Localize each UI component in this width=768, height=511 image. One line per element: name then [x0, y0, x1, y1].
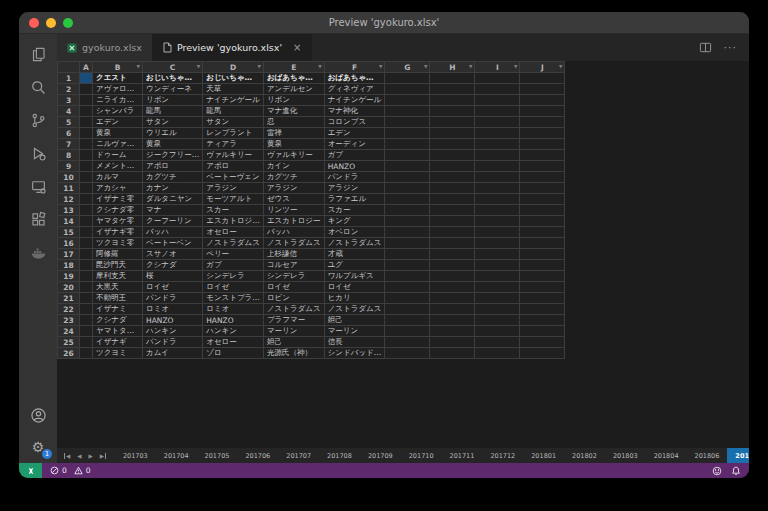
- cell[interactable]: [475, 194, 520, 205]
- cell[interactable]: 不動明王: [93, 293, 143, 304]
- column-header-B[interactable]: B▼: [93, 62, 143, 73]
- cell[interactable]: [475, 315, 520, 326]
- cell[interactable]: [520, 205, 565, 216]
- cell[interactable]: ナイチンゲール: [203, 95, 264, 106]
- cell[interactable]: コルセア: [263, 260, 324, 271]
- cell[interactable]: [430, 183, 475, 194]
- cell[interactable]: [475, 249, 520, 260]
- cell[interactable]: [520, 315, 565, 326]
- cell[interactable]: ロミオ: [203, 304, 264, 315]
- cell[interactable]: ノストラダムス: [324, 304, 385, 315]
- cell[interactable]: [475, 227, 520, 238]
- filter-icon[interactable]: ▼: [559, 64, 562, 69]
- cell[interactable]: ロイゼ: [324, 282, 385, 293]
- cell[interactable]: [430, 73, 475, 84]
- remote-explorer-icon[interactable]: [19, 170, 57, 203]
- cell[interactable]: [520, 95, 565, 106]
- cell[interactable]: ブラフマー: [263, 315, 324, 326]
- cell[interactable]: [385, 73, 430, 84]
- row-number[interactable]: 1: [58, 73, 80, 84]
- row-number[interactable]: 4: [58, 106, 80, 117]
- select-all-corner[interactable]: [58, 62, 80, 73]
- cell[interactable]: ラファエル: [324, 194, 385, 205]
- cell[interactable]: ドゥーム: [93, 150, 143, 161]
- cell[interactable]: [520, 139, 565, 150]
- cell-A25[interactable]: [80, 337, 93, 348]
- prev-sheet-icon[interactable]: ◀: [77, 453, 81, 459]
- sheet-tab-201804[interactable]: 201804: [646, 448, 687, 463]
- sheet-tab-201704[interactable]: 201704: [156, 448, 197, 463]
- cell[interactable]: ウリエル: [143, 128, 203, 139]
- cell[interactable]: [475, 326, 520, 337]
- row-number[interactable]: 15: [58, 227, 80, 238]
- cell[interactable]: スカー: [203, 205, 264, 216]
- cell[interactable]: ワルプルギス: [324, 271, 385, 282]
- cell-A22[interactable]: [80, 304, 93, 315]
- cell[interactable]: カグツチ: [143, 172, 203, 183]
- cell[interactable]: ガブ: [324, 150, 385, 161]
- sheet-tab-201707[interactable]: 201707: [278, 448, 319, 463]
- cell[interactable]: [385, 139, 430, 150]
- column-header-C[interactable]: C▼: [143, 62, 203, 73]
- cell[interactable]: ハンキン: [203, 326, 264, 337]
- cell-A6[interactable]: [80, 128, 93, 139]
- sheet-tab-201711[interactable]: 201711: [442, 448, 483, 463]
- cell[interactable]: ノストラダムス: [263, 238, 324, 249]
- warning-count[interactable]: 0: [86, 466, 91, 475]
- row-number[interactable]: 9: [58, 161, 80, 172]
- cell[interactable]: アポロ: [143, 161, 203, 172]
- notifications-bell-icon[interactable]: [731, 466, 741, 476]
- cell[interactable]: ロミオ: [143, 304, 203, 315]
- cell[interactable]: [385, 293, 430, 304]
- run-debug-icon[interactable]: [19, 137, 57, 170]
- cell[interactable]: エデン: [93, 117, 143, 128]
- cell[interactable]: イザナギ零: [93, 227, 143, 238]
- cell-A2[interactable]: [80, 84, 93, 95]
- cell[interactable]: [430, 260, 475, 271]
- cell[interactable]: スカー: [324, 205, 385, 216]
- cell[interactable]: ヤマタケ零: [93, 216, 143, 227]
- row-number[interactable]: 2: [58, 84, 80, 95]
- cell[interactable]: [430, 128, 475, 139]
- cell[interactable]: [385, 249, 430, 260]
- cell[interactable]: [385, 216, 430, 227]
- cell[interactable]: ニライカ…: [93, 95, 143, 106]
- cell[interactable]: ヒカリ: [324, 293, 385, 304]
- cell[interactable]: [430, 315, 475, 326]
- cell-A17[interactable]: [80, 249, 93, 260]
- cell[interactable]: [430, 271, 475, 282]
- cell[interactable]: [385, 282, 430, 293]
- cell[interactable]: カイン: [263, 161, 324, 172]
- filter-icon[interactable]: ▼: [257, 64, 260, 69]
- cell[interactable]: ロビン: [263, 293, 324, 304]
- accounts-icon[interactable]: [19, 399, 57, 431]
- row-number[interactable]: 11: [58, 183, 80, 194]
- cell[interactable]: [520, 216, 565, 227]
- cell[interactable]: [520, 106, 565, 117]
- cell-A18[interactable]: [80, 260, 93, 271]
- cell[interactable]: [520, 73, 565, 84]
- cell[interactable]: おじいちゃ…: [143, 73, 203, 84]
- cell[interactable]: 大黒天: [93, 282, 143, 293]
- cell[interactable]: シンドバッド…: [324, 348, 385, 359]
- sheet-tab-201801[interactable]: 201801: [523, 448, 564, 463]
- cell[interactable]: [430, 150, 475, 161]
- column-header-I[interactable]: I▼: [475, 62, 520, 73]
- cell-A11[interactable]: [80, 183, 93, 194]
- cell[interactable]: [475, 84, 520, 95]
- cell[interactable]: バッハ: [263, 227, 324, 238]
- cell-A16[interactable]: [80, 238, 93, 249]
- cell[interactable]: [385, 117, 430, 128]
- row-number[interactable]: 8: [58, 150, 80, 161]
- cell[interactable]: イザナギ: [93, 337, 143, 348]
- cell-A15[interactable]: [80, 227, 93, 238]
- cell[interactable]: [430, 161, 475, 172]
- row-number[interactable]: 26: [58, 348, 80, 359]
- cell[interactable]: 妲己: [263, 337, 324, 348]
- cell[interactable]: レンブラント: [203, 128, 264, 139]
- cell[interactable]: ティアラ: [203, 139, 264, 150]
- cell[interactable]: [475, 238, 520, 249]
- cell[interactable]: [475, 73, 520, 84]
- cell[interactable]: 天草: [203, 84, 264, 95]
- cell[interactable]: [430, 337, 475, 348]
